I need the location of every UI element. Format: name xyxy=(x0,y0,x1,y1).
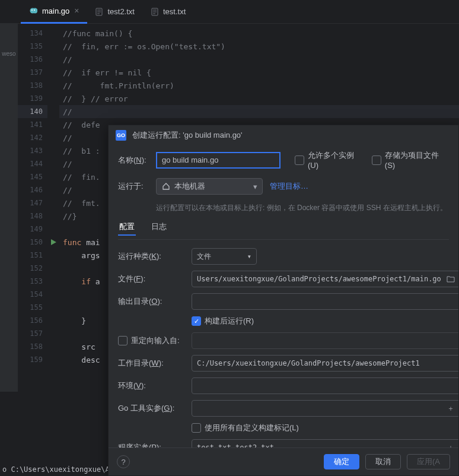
code-line: // fmt.Println(err) xyxy=(63,81,174,90)
tab-config[interactable]: 配置 xyxy=(118,219,136,236)
line-number: 141 xyxy=(18,118,47,131)
run-on-value: 本地机器 xyxy=(174,181,205,192)
line-number: 136 xyxy=(18,53,47,66)
tab-label: test.txt xyxy=(163,7,186,16)
close-icon[interactable]: × xyxy=(74,6,79,15)
run-on-label: 运行于: xyxy=(118,181,149,192)
store-project-checkbox[interactable]: 存储为项目文件(S) xyxy=(372,150,449,170)
code-line: // defe xyxy=(63,120,100,129)
code-line: // xyxy=(63,134,72,142)
line-number: 137 xyxy=(18,66,47,79)
code-line: } xyxy=(63,316,86,325)
run-on-hint: 运行配置可以在本地或目标上执行: 例如，在 Docker 容器中或使用 SSH … xyxy=(156,203,449,213)
line-number: 149 xyxy=(18,223,47,236)
use-all-custom-checkbox[interactable]: 使用所有自定义构建标记(L) xyxy=(192,423,458,433)
checkbox-icon xyxy=(118,336,128,345)
checkbox-label: 重定向输入自: xyxy=(131,335,180,346)
apply-button[interactable]: 应用(A xyxy=(407,454,450,469)
go-tool-field[interactable]: ＋ xyxy=(192,400,458,417)
run-on-combo[interactable]: 本地机器 ▾ xyxy=(156,178,263,195)
text-file-icon xyxy=(151,8,158,16)
home-icon xyxy=(161,182,171,191)
allow-multi-checkbox[interactable]: 允许多个实例(U) xyxy=(295,150,365,170)
checkbox-label: 构建后运行(R) xyxy=(205,316,254,326)
prog-args-label: 程序实参(P): xyxy=(118,442,183,448)
code-line: // xyxy=(63,160,72,169)
svg-marker-12 xyxy=(51,239,56,245)
run-config-dialog: GO 创建运行配置: 'go build main.go' 名称(N): 允许多… xyxy=(108,125,459,476)
svg-point-2 xyxy=(31,9,33,11)
chevron-down-icon: ▾ xyxy=(247,252,251,261)
work-dir-label: 工作目录(W): xyxy=(118,358,183,369)
code-line: // xyxy=(63,186,72,195)
plus-icon[interactable]: ＋ xyxy=(446,443,455,448)
file-label: 文件(F): xyxy=(118,274,183,284)
line-number: 159 xyxy=(18,353,47,366)
tab-label: test2.txt xyxy=(107,7,135,16)
run-gutter-icon[interactable] xyxy=(47,236,59,249)
checkbox-icon xyxy=(295,156,304,165)
line-number: 140 xyxy=(18,105,47,118)
run-after-build-checkbox[interactable]: 构建后运行(R) xyxy=(192,316,458,326)
ok-button[interactable]: 确定 xyxy=(324,454,359,469)
line-number: 144 xyxy=(18,157,47,170)
line-number: 156 xyxy=(18,314,47,327)
tab-test2-txt[interactable]: test2.txt xyxy=(87,0,143,24)
go-tool-label: Go 工具实参(G): xyxy=(118,403,183,414)
output-dir-field[interactable] xyxy=(192,293,458,310)
code-line: // if err != nil { xyxy=(63,68,151,77)
line-number: 135 xyxy=(18,40,47,53)
sidebar-truncated-label: weso xyxy=(2,50,15,57)
checkbox-label: 使用所有自定义构建标记(L) xyxy=(205,423,299,433)
help-button[interactable]: ? xyxy=(117,455,130,468)
cancel-button[interactable]: 取消 xyxy=(365,454,401,469)
line-number: 148 xyxy=(18,210,47,223)
tab-log[interactable]: 日志 xyxy=(150,219,168,236)
env-field[interactable] xyxy=(192,377,458,394)
redirect-input-field xyxy=(192,332,458,349)
chevron-down-icon: ▾ xyxy=(253,182,257,191)
prog-args-field[interactable]: test.txt test2.txt ＋ xyxy=(192,439,458,448)
run-kind-value: 文件 xyxy=(197,252,211,262)
line-number: 138 xyxy=(18,79,47,92)
line-number: 158 xyxy=(18,340,47,353)
line-number: 139 xyxy=(18,92,47,105)
code-line: // fmt. xyxy=(63,199,100,208)
folder-icon[interactable] xyxy=(446,274,455,284)
text-file-icon xyxy=(95,8,103,16)
run-kind-label: 运行种类(K): xyxy=(118,251,183,262)
manage-targets-link[interactable]: 管理目标… xyxy=(270,181,308,192)
line-number: 142 xyxy=(18,131,47,144)
code-line: // } // error xyxy=(63,94,128,103)
line-number: 151 xyxy=(18,249,47,262)
tool-window-strip[interactable]: weso xyxy=(0,24,18,392)
work-dir-value: C:/Users/xuexitongxue/GolandProjects/awe… xyxy=(197,359,454,367)
svg-point-3 xyxy=(34,9,35,11)
redirect-input-checkbox[interactable]: 重定向输入自: xyxy=(118,335,183,346)
line-number: 154 xyxy=(18,288,47,301)
run-kind-combo[interactable]: 文件 ▾ xyxy=(192,248,257,265)
checkbox-icon xyxy=(372,156,381,165)
line-number: 152 xyxy=(18,262,47,275)
code-line: // xyxy=(63,55,72,64)
file-field[interactable]: Users/xuexitongxue/GolandProjects/awesom… xyxy=(192,271,458,287)
code-line: // fin, err := os.Open("test.txt") xyxy=(63,42,225,51)
checkbox-icon xyxy=(192,423,201,433)
work-dir-field[interactable]: C:/Users/xuexitongxue/GolandProjects/awe… xyxy=(192,355,458,372)
tab-label: main.go xyxy=(42,7,69,15)
tab-main-go[interactable]: main.go × xyxy=(21,0,87,24)
line-number: 143 xyxy=(18,144,47,157)
code-line: // b1 : xyxy=(63,147,100,156)
code-line: //} xyxy=(63,212,76,221)
name-input[interactable] xyxy=(156,152,280,169)
line-number: 157 xyxy=(18,327,47,340)
tab-test-txt[interactable]: test.txt xyxy=(143,0,194,24)
checkbox-label: 存储为项目文件(S) xyxy=(385,150,449,170)
code-line: src xyxy=(63,342,100,351)
checkbox-label: 允许多个实例(U) xyxy=(308,150,365,170)
file-value: Users/xuexitongxue/GolandProjects/awesom… xyxy=(197,275,441,283)
plus-icon[interactable]: ＋ xyxy=(446,404,455,413)
line-number: 134 xyxy=(18,27,47,40)
name-label: 名称(N): xyxy=(118,155,149,166)
output-dir-label: 输出目录(O): xyxy=(118,296,183,307)
